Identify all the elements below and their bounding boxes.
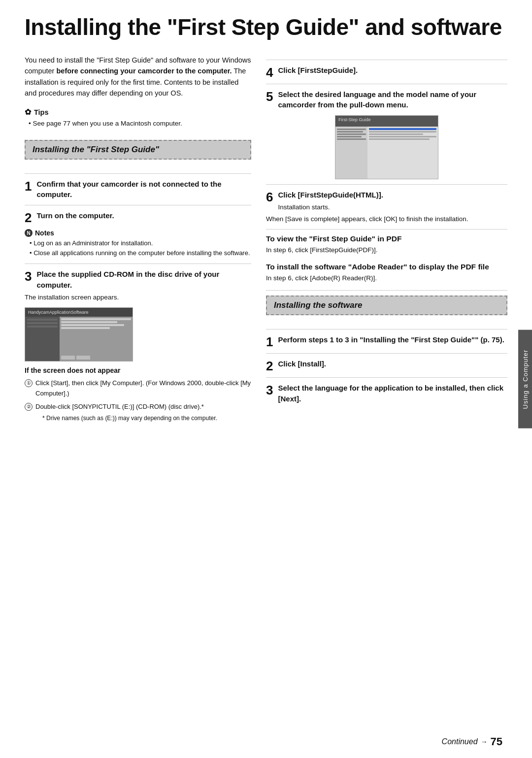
- divider: [266, 290, 507, 291]
- screenshot1-line: [27, 322, 58, 324]
- screenshot1-bar-text: HandycamApplicationSoftware: [28, 310, 89, 315]
- screenshot2-body: [335, 127, 438, 179]
- screenshot1-line: [27, 319, 58, 321]
- step3: 3 Place the supplied CD-ROM in the disc …: [25, 269, 251, 302]
- step3-number: 3: [25, 270, 32, 283]
- substeps-list: ① Click [Start], then click [My Computer…: [25, 378, 251, 412]
- ss-btn: [61, 356, 75, 360]
- tips-content: • See page 77 when you use a Macintosh c…: [25, 119, 251, 129]
- divider: [266, 84, 507, 84]
- rstep3: 3 Select the language for the applicatio…: [266, 383, 507, 404]
- screenshot1-content: [25, 317, 133, 361]
- page-number: 75: [491, 735, 502, 748]
- step2: 2 Turn on the computer.: [25, 210, 251, 224]
- step4-number: 4: [266, 66, 273, 79]
- divider: [266, 229, 507, 230]
- screenshot2-right: [367, 127, 438, 179]
- to-view-heading: To view the "First Step Guide" in PDF: [266, 234, 507, 243]
- tips-box: ✿ Tips • See page 77 when you use a Maci…: [25, 107, 251, 129]
- ss-line: [61, 327, 110, 329]
- substep1-num: ①: [25, 379, 33, 387]
- screenshot1-line: [27, 326, 58, 328]
- step5-text: Select the desired language and the mode…: [278, 89, 507, 111]
- page-title: Installing the "First Step Guide" and so…: [25, 15, 507, 40]
- notes-list: Log on as an Administrator for installat…: [25, 238, 251, 258]
- footer-arrow: →: [481, 738, 488, 746]
- ss2-selected-line: [369, 128, 436, 130]
- divider: [25, 205, 251, 205]
- tips-label: Tips: [34, 108, 49, 116]
- step5-number: 5: [266, 90, 273, 103]
- intro-text: You need to install the "First Step Guid…: [25, 55, 251, 99]
- divider: [25, 173, 251, 174]
- screenshot2-top: First-Step Guide: [335, 116, 438, 127]
- tips-text: See page 77 when you use a Macintosh com…: [33, 120, 182, 127]
- step6: 6 Click [FirstStepGuide(HTML)]. Installa…: [266, 190, 507, 224]
- ss-line: [61, 321, 117, 323]
- rstep2: 2 Click [Install].: [266, 359, 507, 372]
- screenshot1-right: [60, 317, 133, 361]
- page-footer: Continued → 75: [442, 735, 502, 748]
- ss2-line: [337, 131, 363, 132]
- rstep1: 1 Perform steps 1 to 3 in "Installing th…: [266, 334, 507, 348]
- rstep3-number: 3: [266, 384, 273, 396]
- step6-sub2: When [Save is complete] appears, click […: [266, 214, 507, 224]
- screen-not-appear-heading: If the screen does not appear: [25, 366, 251, 374]
- step4: 4 Click [FirstStepGuide].: [266, 65, 507, 79]
- step2-number: 2: [25, 211, 32, 224]
- ss2-line: [337, 129, 366, 130]
- step3-text: Place the supplied CD-ROM in the disc dr…: [36, 269, 251, 291]
- notes-icon: N: [25, 229, 33, 237]
- screenshot2: First-Step Guide: [335, 115, 438, 179]
- asterisk-note: * Drive names (such as (E:)) may vary de…: [25, 414, 251, 423]
- step3-sub: The installation screen appears.: [25, 293, 251, 302]
- ss2-line: [369, 138, 430, 140]
- substep1-text: Click [Start], then click [My Computer].…: [35, 378, 251, 399]
- to-install-text: In step 6, click [Adobe(R) Reader(R)].: [266, 273, 507, 283]
- screenshot1: HandycamApplicationSoftware: [25, 307, 133, 362]
- ss-btn: [76, 356, 90, 360]
- substep2: ② Double-click [SONYPICTUTIL (E:)] (CD-R…: [25, 402, 251, 412]
- step2-text: Turn on the computer.: [36, 210, 251, 221]
- intro-bold: before connecting your camcorder to the …: [56, 67, 232, 75]
- rstep3-text: Select the language for the application …: [278, 383, 507, 404]
- rstep2-text: Click [Install].: [278, 359, 507, 369]
- step6-sub1: Installation starts.: [266, 202, 507, 212]
- rstep1-text: Perform steps 1 to 3 in "Installing the …: [278, 334, 507, 345]
- substep1: ① Click [Start], then click [My Computer…: [25, 378, 251, 399]
- ss-btn-row: [61, 356, 131, 360]
- side-tab: Using a Computer: [518, 330, 532, 428]
- substep2-num: ②: [25, 403, 33, 411]
- divider: [266, 377, 507, 378]
- step1-number: 1: [25, 180, 32, 193]
- ss-line: [61, 324, 124, 326]
- screenshot2-left: [335, 127, 367, 179]
- step5: 5 Select the desired language and the mo…: [266, 89, 507, 111]
- step6-number: 6: [266, 191, 273, 203]
- ss2-line: [337, 138, 366, 140]
- screenshot1-bar: HandycamApplicationSoftware: [25, 308, 133, 317]
- divider: [266, 329, 507, 330]
- ss-line: [61, 318, 131, 320]
- notes-box: N Notes Log on as an Administrator for i…: [25, 229, 251, 258]
- continued-label: Continued: [442, 737, 478, 746]
- ss2-line: [337, 133, 366, 135]
- step1: 1 Confirm that your camcorder is not con…: [25, 179, 251, 200]
- step4-text: Click [FirstStepGuide].: [278, 65, 507, 76]
- tips-title: ✿ Tips: [25, 107, 251, 117]
- ss2-line: [337, 136, 362, 137]
- tips-icon: ✿: [25, 107, 31, 117]
- note-item-1: Log on as an Administrator for installat…: [30, 238, 251, 248]
- divider: [266, 60, 507, 60]
- section1-header: Installing the "First Step Guide": [25, 140, 251, 160]
- divider: [266, 184, 507, 185]
- note-item-2: Close all applications running on the co…: [30, 248, 251, 258]
- ss2-line: [369, 133, 423, 135]
- ss2-line: [369, 136, 436, 137]
- side-tab-text: Using a Computer: [522, 349, 529, 409]
- rstep2-number: 2: [266, 360, 273, 372]
- to-install-heading: To install the software "Adobe Reader" t…: [266, 263, 507, 271]
- to-view-text: In step 6, click [FirstStepGuide(PDF)].: [266, 245, 507, 255]
- notes-title: N Notes: [25, 229, 251, 237]
- rstep1-number: 1: [266, 335, 273, 348]
